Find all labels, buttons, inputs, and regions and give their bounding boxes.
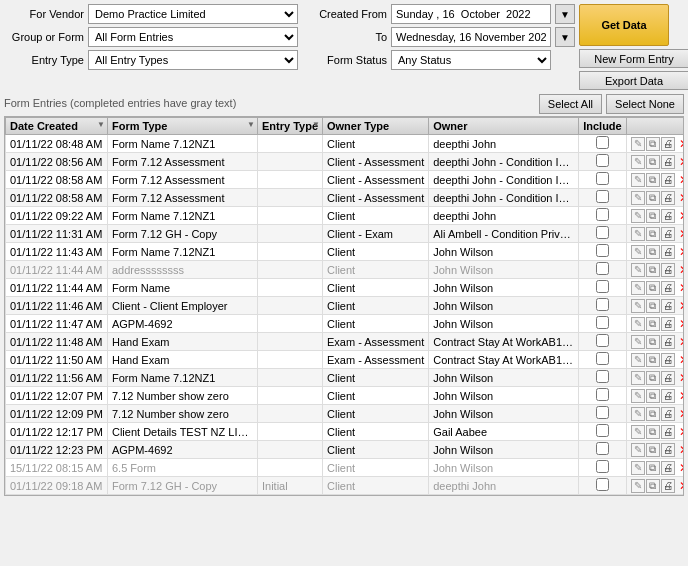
cell-include[interactable] xyxy=(579,225,627,243)
cell-include[interactable] xyxy=(579,153,627,171)
to-input[interactable] xyxy=(391,27,551,47)
include-checkbox[interactable] xyxy=(596,262,609,275)
copy-icon[interactable]: ⧉ xyxy=(646,173,660,187)
edit-icon[interactable]: ✎ xyxy=(631,425,645,439)
created-from-input[interactable] xyxy=(391,4,551,24)
include-checkbox[interactable] xyxy=(596,388,609,401)
entry-type-select[interactable]: All Entry Types xyxy=(88,50,298,70)
edit-icon[interactable]: ✎ xyxy=(631,317,645,331)
include-checkbox[interactable] xyxy=(596,478,609,491)
include-checkbox[interactable] xyxy=(596,208,609,221)
cell-include[interactable] xyxy=(579,423,627,441)
cell-include[interactable] xyxy=(579,351,627,369)
cell-include[interactable] xyxy=(579,171,627,189)
export-data-button[interactable]: Export Data xyxy=(579,71,688,90)
edit-icon[interactable]: ✎ xyxy=(631,281,645,295)
col-header-date[interactable]: Date Created ▼ xyxy=(6,118,108,135)
print-icon[interactable]: 🖨 xyxy=(661,227,675,241)
print-icon[interactable]: 🖨 xyxy=(661,317,675,331)
print-icon[interactable]: 🖨 xyxy=(661,263,675,277)
delete-icon[interactable]: ✕ xyxy=(677,155,684,169)
copy-icon[interactable]: ⧉ xyxy=(646,353,660,367)
copy-icon[interactable]: ⧉ xyxy=(646,245,660,259)
include-checkbox[interactable] xyxy=(596,370,609,383)
delete-icon[interactable]: ✕ xyxy=(677,299,684,313)
delete-icon[interactable]: ✕ xyxy=(677,191,684,205)
cell-include[interactable] xyxy=(579,441,627,459)
delete-icon[interactable]: ✕ xyxy=(677,245,684,259)
edit-icon[interactable]: ✎ xyxy=(631,173,645,187)
copy-icon[interactable]: ⧉ xyxy=(646,137,660,151)
print-icon[interactable]: 🖨 xyxy=(661,425,675,439)
delete-icon[interactable]: ✕ xyxy=(677,335,684,349)
delete-icon[interactable]: ✕ xyxy=(677,407,684,421)
print-icon[interactable]: 🖨 xyxy=(661,353,675,367)
copy-icon[interactable]: ⧉ xyxy=(646,407,660,421)
include-checkbox[interactable] xyxy=(596,442,609,455)
col-header-entry[interactable]: Entry Type ▼ xyxy=(257,118,322,135)
cell-include[interactable] xyxy=(579,243,627,261)
edit-icon[interactable]: ✎ xyxy=(631,335,645,349)
print-icon[interactable]: 🖨 xyxy=(661,155,675,169)
print-icon[interactable]: 🖨 xyxy=(661,137,675,151)
copy-icon[interactable]: ⧉ xyxy=(646,317,660,331)
cell-include[interactable] xyxy=(579,135,627,153)
include-checkbox[interactable] xyxy=(596,406,609,419)
print-icon[interactable]: 🖨 xyxy=(661,407,675,421)
print-icon[interactable]: 🖨 xyxy=(661,335,675,349)
cell-include[interactable] xyxy=(579,477,627,495)
delete-icon[interactable]: ✕ xyxy=(677,263,684,277)
edit-icon[interactable]: ✎ xyxy=(631,245,645,259)
copy-icon[interactable]: ⧉ xyxy=(646,443,660,457)
edit-icon[interactable]: ✎ xyxy=(631,209,645,223)
cell-include[interactable] xyxy=(579,405,627,423)
copy-icon[interactable]: ⧉ xyxy=(646,227,660,241)
delete-icon[interactable]: ✕ xyxy=(677,317,684,331)
print-icon[interactable]: 🖨 xyxy=(661,281,675,295)
include-checkbox[interactable] xyxy=(596,244,609,257)
edit-icon[interactable]: ✎ xyxy=(631,191,645,205)
copy-icon[interactable]: ⧉ xyxy=(646,479,660,493)
col-header-include[interactable]: Include xyxy=(579,118,627,135)
print-icon[interactable]: 🖨 xyxy=(661,299,675,313)
include-checkbox[interactable] xyxy=(596,424,609,437)
delete-icon[interactable]: ✕ xyxy=(677,425,684,439)
delete-icon[interactable]: ✕ xyxy=(677,479,684,493)
include-checkbox[interactable] xyxy=(596,334,609,347)
delete-icon[interactable]: ✕ xyxy=(677,209,684,223)
include-checkbox[interactable] xyxy=(596,190,609,203)
form-status-select[interactable]: Any Status xyxy=(391,50,551,70)
group-or-form-select[interactable]: All Form Entries xyxy=(88,27,298,47)
delete-icon[interactable]: ✕ xyxy=(677,227,684,241)
print-icon[interactable]: 🖨 xyxy=(661,371,675,385)
to-calendar-btn[interactable]: ▼ xyxy=(555,27,575,47)
delete-icon[interactable]: ✕ xyxy=(677,353,684,367)
edit-icon[interactable]: ✎ xyxy=(631,353,645,367)
print-icon[interactable]: 🖨 xyxy=(661,173,675,187)
cell-include[interactable] xyxy=(579,207,627,225)
copy-icon[interactable]: ⧉ xyxy=(646,425,660,439)
edit-icon[interactable]: ✎ xyxy=(631,407,645,421)
include-checkbox[interactable] xyxy=(596,352,609,365)
copy-icon[interactable]: ⧉ xyxy=(646,299,660,313)
include-checkbox[interactable] xyxy=(596,226,609,239)
select-all-button[interactable]: Select All xyxy=(539,94,602,114)
edit-icon[interactable]: ✎ xyxy=(631,371,645,385)
include-checkbox[interactable] xyxy=(596,172,609,185)
include-checkbox[interactable] xyxy=(596,154,609,167)
edit-icon[interactable]: ✎ xyxy=(631,263,645,277)
for-vendor-select[interactable]: Demo Practice Limited xyxy=(88,4,298,24)
print-icon[interactable]: 🖨 xyxy=(661,209,675,223)
delete-icon[interactable]: ✕ xyxy=(677,281,684,295)
edit-icon[interactable]: ✎ xyxy=(631,443,645,457)
edit-icon[interactable]: ✎ xyxy=(631,137,645,151)
cell-include[interactable] xyxy=(579,369,627,387)
copy-icon[interactable]: ⧉ xyxy=(646,281,660,295)
print-icon[interactable]: 🖨 xyxy=(661,191,675,205)
include-checkbox[interactable] xyxy=(596,136,609,149)
cell-include[interactable] xyxy=(579,297,627,315)
delete-icon[interactable]: ✕ xyxy=(677,173,684,187)
cell-include[interactable] xyxy=(579,261,627,279)
created-from-calendar-btn[interactable]: ▼ xyxy=(555,4,575,24)
copy-icon[interactable]: ⧉ xyxy=(646,191,660,205)
